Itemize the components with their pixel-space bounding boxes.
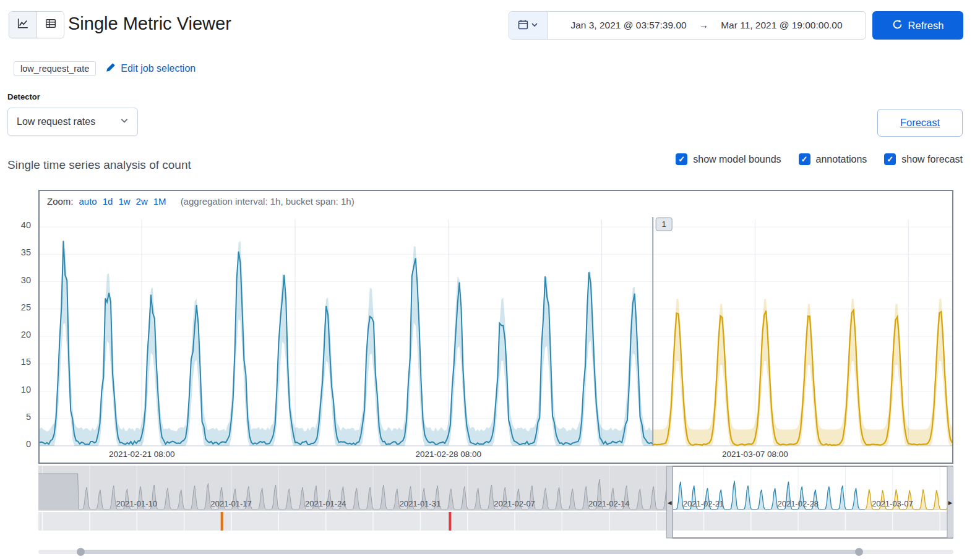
page-title: Single Metric Viewer bbox=[68, 14, 231, 34]
checkbox-icon bbox=[676, 153, 687, 165]
detector-label: Detector bbox=[7, 92, 40, 101]
job-id-badge: low_request_rate bbox=[14, 61, 96, 76]
job-selection-bar: low_request_rate Edit job selection bbox=[14, 61, 196, 76]
time-series-chart-container: Zoom: auto1d1w2w1M (aggregation interval… bbox=[38, 190, 953, 464]
svg-text:2021-02-21: 2021-02-21 bbox=[683, 499, 724, 508]
y-axis-label: 10 bbox=[5, 385, 31, 395]
svg-text:2021-02-28: 2021-02-28 bbox=[777, 499, 819, 508]
checkbox-icon bbox=[799, 153, 810, 165]
svg-text:2021-03-07 08:00: 2021-03-07 08:00 bbox=[722, 450, 788, 459]
end-date[interactable]: Mar 11, 2021 @ 19:00:00.00 bbox=[721, 20, 842, 31]
y-axis-label: 20 bbox=[5, 330, 31, 339]
chart-view-button[interactable] bbox=[9, 12, 37, 38]
zoom-option-1w[interactable]: 1w bbox=[118, 196, 130, 207]
svg-text:2021-01-24: 2021-01-24 bbox=[305, 499, 346, 508]
y-axis-label: 35 bbox=[5, 247, 31, 257]
zoom-option-2w[interactable]: 2w bbox=[136, 196, 148, 207]
y-axis-label: 15 bbox=[5, 357, 31, 367]
scrollbar-left-handle[interactable] bbox=[77, 548, 85, 556]
svg-text:2021-02-28 08:00: 2021-02-28 08:00 bbox=[416, 450, 482, 459]
start-date[interactable]: Jan 3, 2021 @ 03:57:39.00 bbox=[570, 20, 686, 31]
svg-text:2021-02-14: 2021-02-14 bbox=[588, 499, 630, 508]
chevron-down-icon bbox=[120, 116, 129, 127]
super-date-picker: Jan 3, 2021 @ 03:57:39.00 → Mar 11, 2021… bbox=[509, 11, 866, 40]
zoom-option-1M[interactable]: 1M bbox=[153, 196, 166, 207]
date-range: Jan 3, 2021 @ 03:57:39.00 → Mar 11, 2021… bbox=[548, 20, 866, 31]
zoom-prefix: Zoom: bbox=[47, 196, 74, 207]
toggle-annotations[interactable]: annotations bbox=[799, 153, 867, 165]
chart-toggles: show model bounds annotations show forec… bbox=[676, 153, 963, 165]
context-chart-brush[interactable]: 2021-01-102021-01-172021-01-242021-01-31… bbox=[38, 466, 953, 539]
main-time-series-chart[interactable]: 12021-02-21 08:002021-02-28 08:002021-03… bbox=[40, 212, 952, 463]
time-range-scrollbar bbox=[38, 547, 953, 557]
refresh-label: Refresh bbox=[908, 20, 944, 32]
zoom-options: auto1d1w2w1M bbox=[79, 196, 166, 207]
svg-text:2021-02-07: 2021-02-07 bbox=[494, 499, 535, 508]
scrollbar-thumb[interactable] bbox=[80, 550, 859, 554]
data-table-icon bbox=[45, 18, 56, 32]
svg-text:2021-01-10: 2021-01-10 bbox=[116, 499, 158, 508]
zoom-bar: Zoom: auto1d1w2w1M (aggregation interval… bbox=[40, 191, 952, 207]
detector-select[interactable]: Low request rates bbox=[7, 108, 138, 136]
detector-selected-value: Low request rates bbox=[17, 116, 95, 127]
svg-text:1: 1 bbox=[662, 220, 666, 229]
chevron-down-icon bbox=[531, 20, 538, 31]
line-chart-icon bbox=[17, 18, 28, 32]
svg-text:2021-02-21 08:00: 2021-02-21 08:00 bbox=[109, 450, 175, 459]
y-axis-label: 30 bbox=[5, 275, 31, 285]
refresh-icon bbox=[892, 19, 903, 32]
quick-select-button[interactable] bbox=[509, 12, 548, 39]
zoom-option-auto[interactable]: auto bbox=[79, 196, 97, 207]
toggle-show-model-bounds[interactable]: show model bounds bbox=[676, 153, 781, 165]
toggle-show-forecast[interactable]: show forecast bbox=[884, 153, 963, 165]
aggregation-note: (aggregation interval: 1h, bucket span: … bbox=[181, 196, 355, 207]
svg-text:▶: ▶ bbox=[948, 500, 953, 506]
table-view-button[interactable] bbox=[37, 12, 64, 38]
svg-text:◀: ◀ bbox=[668, 500, 672, 506]
arrow-right-icon: → bbox=[699, 20, 709, 31]
calendar-icon bbox=[518, 19, 528, 32]
y-axis-label: 0 bbox=[5, 439, 31, 449]
checkbox-icon bbox=[884, 153, 896, 165]
single-metric-viewer-page: Single Metric Viewer Jan 3, 2021 @ 03:57… bbox=[0, 0, 980, 559]
pencil-icon bbox=[106, 62, 116, 75]
analysis-heading: Single time series analysis of count bbox=[7, 158, 191, 172]
svg-text:2021-03-07: 2021-03-07 bbox=[872, 499, 913, 508]
view-toggle-group bbox=[9, 11, 64, 38]
y-axis-label: 40 bbox=[5, 220, 31, 230]
refresh-button[interactable]: Refresh bbox=[872, 11, 963, 40]
y-axis-label: 5 bbox=[5, 412, 31, 422]
scrollbar-right-handle[interactable] bbox=[855, 548, 863, 556]
zoom-option-1d[interactable]: 1d bbox=[103, 196, 113, 207]
y-axis-label: 25 bbox=[5, 302, 31, 312]
svg-text:2021-01-17: 2021-01-17 bbox=[210, 499, 252, 508]
edit-job-selection-link[interactable]: Edit job selection bbox=[106, 62, 196, 75]
forecast-button[interactable]: Forecast bbox=[877, 109, 963, 137]
svg-text:2021-01-31: 2021-01-31 bbox=[400, 499, 441, 508]
